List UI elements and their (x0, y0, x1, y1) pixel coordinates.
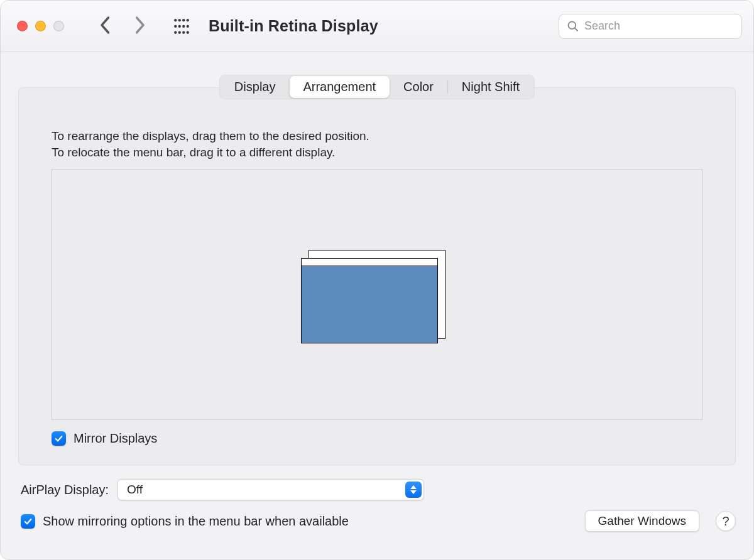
display-arrangement-area[interactable] (52, 169, 702, 420)
gather-windows-label: Gather Windows (598, 514, 686, 528)
svg-point-8 (174, 31, 177, 33)
titlebar: Built-in Retina Display (1, 1, 753, 52)
chevron-down-icon (410, 490, 417, 495)
tab-arrangement[interactable]: Arrangement (289, 76, 390, 98)
content-body: Display Arrangement Color Night Shift To… (1, 52, 753, 559)
svg-point-12 (569, 21, 576, 29)
search-field[interactable] (559, 14, 742, 39)
svg-point-6 (182, 24, 185, 27)
traffic-lights (17, 21, 64, 31)
svg-point-4 (174, 24, 177, 27)
instruction-line-2: To relocate the menu bar, drag it to a d… (52, 144, 702, 161)
airplay-label: AirPlay Display: (21, 483, 109, 497)
svg-point-2 (182, 19, 185, 21)
instructions: To rearrange the displays, drag them to … (52, 128, 702, 160)
svg-point-0 (174, 19, 177, 21)
svg-point-11 (187, 31, 189, 33)
help-button[interactable]: ? (716, 511, 736, 531)
bottom-row: Show mirroring options in the menu bar w… (18, 510, 736, 532)
show-mirroring-label: Show mirroring options in the menu bar w… (43, 514, 349, 529)
airplay-dropdown[interactable]: Off (117, 479, 424, 500)
svg-marker-15 (410, 490, 417, 494)
svg-point-9 (178, 31, 181, 33)
prefs-window: Built-in Retina Display Display Arrangem… (0, 0, 754, 560)
grid-icon (173, 18, 190, 35)
help-glyph: ? (722, 514, 729, 529)
mirror-displays-label: Mirror Displays (74, 431, 157, 446)
instruction-line-1: To rearrange the displays, drag them to … (52, 128, 702, 144)
forward-button[interactable] (133, 16, 146, 37)
show-mirroring-checkbox[interactable] (21, 514, 35, 529)
show-all-button[interactable] (173, 18, 190, 35)
tab-bar: Display Arrangement Color Night Shift (219, 75, 535, 99)
tab-color[interactable]: Color (390, 76, 447, 98)
search-icon (567, 20, 579, 33)
svg-point-7 (187, 24, 189, 27)
back-button[interactable] (99, 16, 112, 37)
check-icon (23, 517, 33, 526)
airplay-selected: Off (127, 483, 143, 497)
display-primary-screen (301, 266, 438, 343)
tab-display[interactable]: Display (221, 76, 290, 98)
zoom-window-button (53, 21, 64, 31)
search-input[interactable] (584, 19, 734, 33)
mirror-displays-checkbox[interactable] (52, 431, 66, 446)
svg-line-13 (575, 28, 578, 31)
nav-arrows (99, 16, 146, 37)
tab-night-shift[interactable]: Night Shift (448, 76, 533, 98)
menu-bar-handle[interactable] (301, 258, 438, 266)
svg-point-10 (182, 31, 185, 33)
display-primary[interactable] (301, 258, 438, 343)
svg-point-5 (178, 24, 181, 27)
svg-point-1 (178, 19, 181, 21)
gather-windows-button[interactable]: Gather Windows (585, 510, 699, 532)
svg-point-3 (187, 19, 189, 21)
arrangement-panel: To rearrange the displays, drag them to … (18, 87, 736, 465)
check-icon (54, 434, 63, 443)
dropdown-stepper[interactable] (405, 482, 422, 498)
close-window-button[interactable] (17, 21, 28, 31)
window-title: Built-in Retina Display (209, 17, 378, 35)
chevron-up-icon (410, 485, 417, 490)
airplay-row: AirPlay Display: Off (18, 479, 736, 500)
mirror-displays-row: Mirror Displays (52, 431, 702, 446)
minimize-window-button[interactable] (35, 21, 46, 31)
svg-marker-14 (410, 485, 417, 489)
